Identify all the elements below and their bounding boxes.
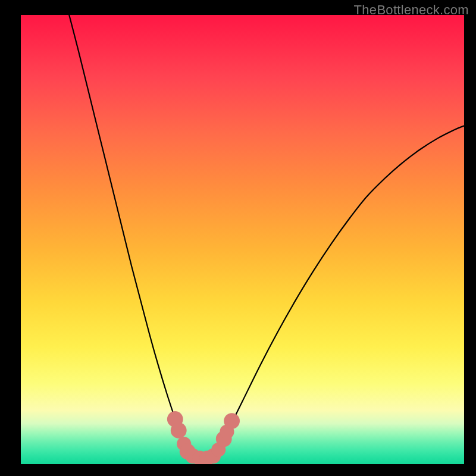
data-marker xyxy=(224,413,240,429)
chart-frame: TheBottleneck.com xyxy=(0,0,476,476)
right-branch-curve xyxy=(205,126,464,458)
curve-layer xyxy=(21,15,464,464)
left-branch-curve xyxy=(69,15,205,459)
bottleneck-plot xyxy=(21,15,464,464)
marker-group xyxy=(167,411,240,464)
data-marker xyxy=(171,422,187,439)
